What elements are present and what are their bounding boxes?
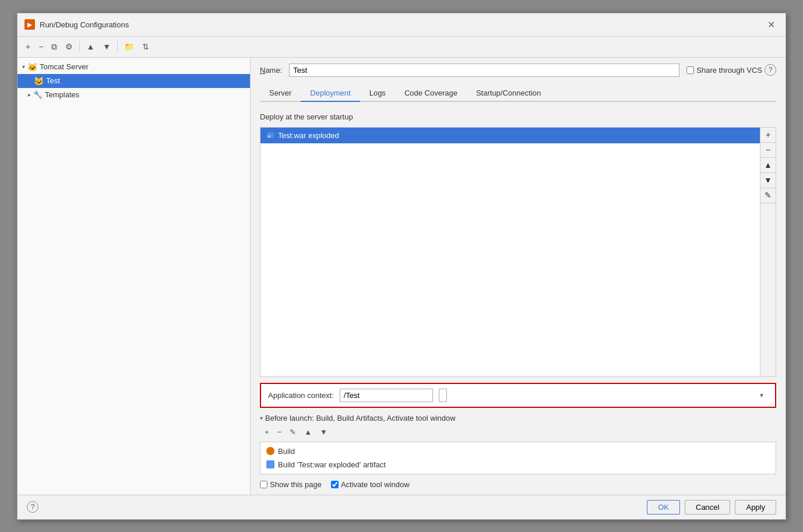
bl-up-button[interactable]: ▲ [301,426,315,438]
sidebar-group-tomcat[interactable]: ▾ 🐱 Tomcat Server [17,60,250,74]
show-page-check-item: Show this page [260,480,322,489]
remove-config-button[interactable]: − [35,40,47,53]
footer: ? OK Cancel Apply [17,495,786,519]
share-vcs-row: Share through VCS ? [686,64,776,76]
copy-config-button[interactable]: ⧉ [48,40,61,54]
sidebar: ▾ 🐱 Tomcat Server 🐱 Test ▸ 🔧 Templates [17,58,251,495]
sidebar-group-label: Tomcat Server [40,62,89,71]
collapse-icon: ▾ [260,415,263,421]
deploy-remove-button[interactable]: − [760,143,776,158]
app-context-label: Application context: [268,391,334,400]
move-up-button[interactable]: ▲ [83,40,98,53]
name-label: Name: [260,66,282,75]
add-config-button[interactable]: + [22,40,34,53]
show-page-checkbox[interactable] [260,481,267,488]
artifact-icon [266,460,274,468]
name-row: Name: Share through VCS ? [260,64,776,77]
main-content: ▾ 🐱 Tomcat Server 🐱 Test ▸ 🔧 Templates N… [17,58,786,495]
before-launch-list: Build Build 'Test:war exploded' artifact [260,442,776,474]
activate-window-check-item: Activate tool window [331,480,410,489]
sidebar-item-test[interactable]: 🐱 Test [17,74,250,88]
share-vcs-checkbox[interactable] [686,66,694,74]
right-panel: Name: Share through VCS ? Server Deploym… [251,58,786,495]
bl-down-button[interactable]: ▼ [316,426,331,438]
tomcat-icon: 🐱 [27,62,37,72]
move-down-button[interactable]: ▼ [99,40,114,53]
tab-code-coverage[interactable]: Code Coverage [395,85,467,102]
footer-right: OK Cancel Apply [647,500,776,515]
bl-add-button[interactable]: + [261,426,273,438]
tab-bar: Server Deployment Logs Code Coverage Sta… [260,85,776,102]
bl-edit-button[interactable]: ✎ [286,426,300,438]
deploy-list-container: W Test:war exploded + − ▲ ▼ ✎ [260,127,776,377]
activate-window-label: Activate tool window [341,480,410,489]
footer-left: ? [27,501,38,513]
chevron-down-icon: ▾ [22,64,25,70]
tab-server[interactable]: Server [260,85,301,102]
build-icon [266,447,274,455]
before-launch-header: ▾ Before launch: Build, Build Artifacts,… [260,414,776,422]
tab-logs[interactable]: Logs [360,85,395,102]
toolbar-divider-1 [79,41,80,52]
sidebar-item-test-label: Test [46,76,60,85]
chevron-right-icon: ▸ [28,91,31,98]
title-bar-left: ▶ Run/Debug Configurations [24,19,129,30]
run-debug-dialog: ▶ Run/Debug Configurations ✕ + − ⧉ ⚙ ▲ ▼… [17,13,786,520]
cancel-button[interactable]: Cancel [685,500,730,515]
deploy-up-button[interactable]: ▲ [760,158,776,173]
title-bar: ▶ Run/Debug Configurations ✕ [17,13,786,37]
app-context-row: Application context: ▼ [260,383,776,408]
app-context-input[interactable] [340,389,433,402]
app-context-dropdown-wrapper: ▼ [439,389,768,402]
wrench-icon: 🔧 [33,90,43,99]
vcs-help-button[interactable]: ? [765,64,776,76]
sidebar-item-templates[interactable]: ▸ 🔧 Templates [17,88,250,101]
deploy-edit-button[interactable]: ✎ [760,188,776,203]
deploy-add-button[interactable]: + [760,128,776,143]
app-context-dropdown[interactable] [439,389,447,402]
show-page-label: Show this page [270,480,322,489]
bottom-checkboxes: Show this page Activate tool window [260,480,776,489]
svg-text:W: W [267,135,271,138]
deploy-list[interactable]: W Test:war exploded [260,127,760,377]
sort-button[interactable]: ⇅ [139,40,153,53]
deploy-label: Deploy at the server startup [260,112,776,121]
activate-window-checkbox[interactable] [331,481,339,488]
deploy-side-buttons: + − ▲ ▼ ✎ [760,127,776,377]
war-icon: W [266,131,274,139]
deploy-down-button[interactable]: ▼ [760,173,776,188]
sidebar-templates-label: Templates [45,90,79,99]
bl-item-build: Build [260,445,776,458]
bl-build-label: Build [278,447,295,456]
toolbar: + − ⧉ ⚙ ▲ ▼ 📁 ⇅ [17,37,786,58]
before-launch-toolbar: + − ✎ ▲ ▼ [261,426,776,438]
folder-button[interactable]: 📁 [121,40,138,53]
tab-startup-connection[interactable]: Startup/Connection [467,85,550,102]
deployment-tab-content: Deploy at the server startup W Test:war … [260,108,776,489]
dropdown-arrow-icon: ▼ [759,392,765,399]
help-button[interactable]: ? [27,501,38,513]
test-config-icon: 🐱 [34,76,44,86]
share-vcs-label: Share through VCS [696,66,762,75]
before-launch-section: ▾ Before launch: Build, Build Artifacts,… [260,414,776,474]
settings-config-button[interactable]: ⚙ [62,40,76,53]
deploy-list-item[interactable]: W Test:war exploded [260,128,760,143]
ok-button[interactable]: OK [647,500,680,515]
dialog-title: Run/Debug Configurations [40,20,129,29]
deploy-item-label: Test:war exploded [278,131,339,140]
name-input[interactable] [289,64,679,77]
tab-deployment[interactable]: Deployment [301,85,360,102]
apply-button[interactable]: Apply [735,500,776,515]
before-launch-label: Before launch: Build, Build Artifacts, A… [265,414,456,422]
app-icon: ▶ [24,19,35,30]
close-button[interactable]: ✕ [764,18,779,31]
bl-remove-button[interactable]: − [274,426,286,438]
toolbar-divider-2 [117,41,118,52]
bl-item-artifact: Build 'Test:war exploded' artifact [260,458,776,471]
bl-artifact-label: Build 'Test:war exploded' artifact [278,460,386,469]
